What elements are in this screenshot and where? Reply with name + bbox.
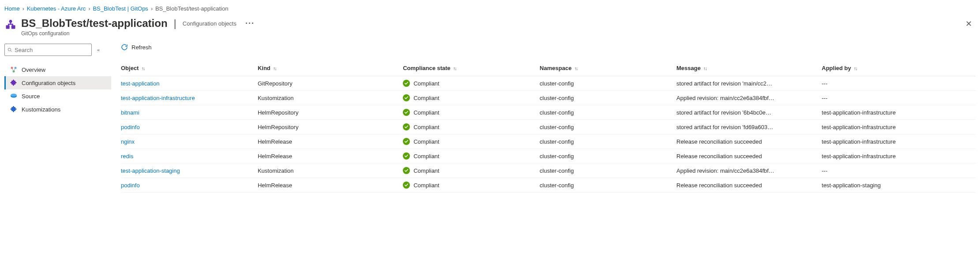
puzzle-icon — [10, 79, 17, 86]
cell-object[interactable]: test-application — [121, 76, 258, 91]
col-namespace[interactable]: Namespace↑↓ — [540, 61, 676, 76]
cell-compliance: Compliant — [403, 91, 540, 105]
check-icon — [403, 167, 410, 174]
sort-icon: ↑↓ — [273, 66, 276, 71]
title-main: BS_BlobTest/test-application — [21, 17, 168, 30]
breadcrumb-link[interactable]: Home — [4, 5, 20, 12]
sidebar-item-label: Source — [22, 93, 40, 100]
cell-namespace: cluster-config — [540, 120, 676, 134]
sidebar-item-source[interactable]: Source — [4, 89, 111, 103]
cell-kind: Kustomization — [258, 91, 403, 105]
page-header: BS_BlobTest/test-application | Configura… — [0, 16, 980, 39]
col-object[interactable]: Object↑↓ — [121, 61, 258, 76]
cell-object[interactable]: redis — [121, 149, 258, 163]
cell-message: Applied revision: main/cc2e6a384fbf… — [676, 91, 822, 105]
sort-icon: ↑↓ — [854, 66, 857, 71]
col-applied-by[interactable]: Applied by↑↓ — [822, 61, 976, 76]
sidebar-item-configuration-objects[interactable]: Configuration objects — [4, 76, 111, 89]
chevron-right-icon: › — [88, 6, 90, 12]
cell-object[interactable]: podinfo — [121, 120, 258, 134]
cell-object[interactable]: test-application-infrastructure — [121, 91, 258, 105]
main-content: Refresh Object↑↓ Kind↑↓ Compliance state… — [111, 44, 976, 193]
search-input[interactable] — [15, 47, 89, 53]
search-input-wrap[interactable] — [4, 44, 92, 56]
cell-namespace: cluster-config — [540, 163, 676, 178]
cell-kind: HelmRepository — [258, 105, 403, 120]
cell-applied-by: test-application-infrastructure — [822, 105, 976, 120]
page-subtitle: GitOps configuration — [21, 30, 962, 37]
check-icon — [403, 80, 410, 87]
chevron-right-icon: › — [23, 6, 24, 12]
cell-compliance: Compliant — [403, 76, 540, 91]
breadcrumb-link[interactable]: BS_BlobTest | GitOps — [93, 5, 148, 12]
sort-icon: ↑↓ — [453, 66, 456, 71]
cell-kind: HelmRelease — [258, 149, 403, 163]
cell-compliance: Compliant — [403, 105, 540, 120]
sidebar-item-kustomizations[interactable]: Kustomizations — [4, 103, 111, 116]
cell-object[interactable]: test-application-staging — [121, 163, 258, 178]
cell-namespace: cluster-config — [540, 178, 676, 193]
cell-compliance: Compliant — [403, 178, 540, 193]
cell-compliance: Compliant — [403, 149, 540, 163]
cell-object[interactable]: podinfo — [121, 178, 258, 193]
cell-namespace: cluster-config — [540, 76, 676, 91]
check-icon — [403, 109, 410, 116]
svg-line-1 — [11, 51, 12, 52]
cell-applied-by: test-application-infrastructure — [822, 149, 976, 163]
cell-applied-by: test-application-infrastructure — [822, 134, 976, 149]
cell-message: Release reconciliation succeeded — [676, 149, 822, 163]
cell-message: Applied revision: main/cc2e6a384fbf… — [676, 163, 822, 178]
cell-applied-by: test-application-staging — [822, 178, 976, 193]
source-icon — [10, 93, 17, 100]
svg-point-0 — [8, 48, 11, 51]
cell-namespace: cluster-config — [540, 134, 676, 149]
refresh-label: Refresh — [131, 44, 152, 51]
table-row[interactable]: test-application GitRepository Compliant… — [121, 76, 976, 91]
refresh-icon — [121, 44, 128, 51]
sidebar: « Overview Configuration objects Source … — [4, 44, 111, 193]
sidebar-item-label: Overview — [22, 67, 45, 73]
cell-applied-by: test-application-infrastructure — [822, 120, 976, 134]
table-row[interactable]: redis HelmRelease Compliant cluster-conf… — [121, 149, 976, 163]
cell-message: stored artifact for revision 'main/cc2… — [676, 76, 822, 91]
refresh-button[interactable]: Refresh — [121, 44, 976, 61]
table-row[interactable]: podinfo HelmRelease Compliant cluster-co… — [121, 178, 976, 193]
check-icon — [403, 123, 410, 130]
table-row[interactable]: podinfo HelmRepository Compliant cluster… — [121, 120, 976, 134]
cell-compliance: Compliant — [403, 163, 540, 178]
cell-object[interactable]: bitnami — [121, 105, 258, 120]
table-row[interactable]: test-application-staging Kustomization C… — [121, 163, 976, 178]
overview-icon — [10, 66, 17, 73]
cell-kind: HelmRelease — [258, 134, 403, 149]
sidebar-item-label: Kustomizations — [22, 106, 60, 113]
col-compliance[interactable]: Compliance state↑↓ — [403, 61, 540, 76]
cell-applied-by: --- — [822, 76, 976, 91]
sort-icon: ↑↓ — [574, 66, 577, 71]
breadcrumb-link[interactable]: Kubernetes - Azure Arc — [27, 5, 86, 12]
search-icon — [8, 47, 12, 53]
title-section: Configuration objects — [183, 20, 237, 27]
sidebar-item-overview[interactable]: Overview — [4, 63, 111, 76]
col-kind[interactable]: Kind↑↓ — [258, 61, 403, 76]
cell-message: Release reconciliation succeeded — [676, 178, 822, 193]
collapse-sidebar-button[interactable]: « — [95, 45, 101, 54]
config-objects-table: Object↑↓ Kind↑↓ Compliance state↑↓ Names… — [121, 61, 976, 193]
table-row[interactable]: nginx HelmRelease Compliant cluster-conf… — [121, 134, 976, 149]
cell-object[interactable]: nginx — [121, 134, 258, 149]
breadcrumb: Home › Kubernetes - Azure Arc › BS_BlobT… — [0, 0, 980, 16]
table-row[interactable]: bitnami HelmRepository Compliant cluster… — [121, 105, 976, 120]
cell-compliance: Compliant — [403, 134, 540, 149]
sidebar-item-label: Configuration objects — [22, 80, 75, 86]
cell-kind: Kustomization — [258, 163, 403, 178]
cell-kind: HelmRelease — [258, 178, 403, 193]
col-message[interactable]: Message↑↓ — [676, 61, 822, 76]
check-icon — [403, 138, 410, 145]
sort-icon: ↑↓ — [141, 66, 144, 71]
close-button[interactable]: ✕ — [962, 17, 976, 30]
cell-message: Release reconciliation succeeded — [676, 134, 822, 149]
check-icon — [403, 152, 410, 160]
page-title: BS_BlobTest/test-application | Configura… — [21, 17, 255, 30]
cell-namespace: cluster-config — [540, 91, 676, 105]
more-actions-button[interactable]: ··· — [245, 19, 255, 28]
table-row[interactable]: test-application-infrastructure Kustomiz… — [121, 91, 976, 105]
